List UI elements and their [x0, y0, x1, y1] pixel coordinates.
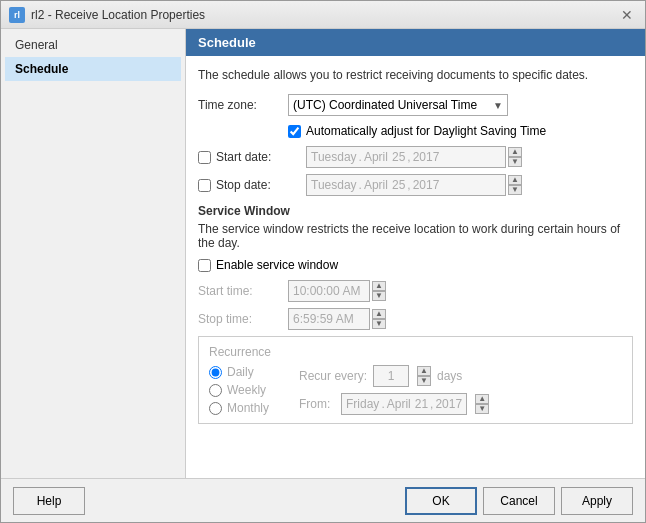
- recurrence-title: Recurrence: [209, 345, 622, 359]
- start-date-row: Start date: Tuesday . April 25 , 2017 ▲ …: [198, 146, 633, 168]
- recurrence-options: Daily Weekly Monthly: [209, 365, 269, 415]
- recurrence-monthly-row: Monthly: [209, 401, 269, 415]
- from-label: From:: [299, 397, 335, 411]
- dialog-window: rl rl2 - Receive Location Properties ✕ G…: [0, 0, 646, 523]
- daylight-saving-label: Automatically adjust for Daylight Saving…: [306, 124, 546, 138]
- timezone-row: Time zone: (UTC) Coordinated Universal T…: [198, 94, 633, 116]
- panel-header: Schedule: [186, 29, 645, 56]
- from-day: 21: [415, 397, 428, 411]
- stop-date-dayofweek: Tuesday: [311, 178, 357, 192]
- sidebar-item-general[interactable]: General: [5, 33, 181, 57]
- enable-service-window-row: Enable service window: [198, 258, 633, 272]
- recur-every-row: Recur every: ▲ ▼ days: [299, 365, 489, 387]
- start-date-dayofweek: Tuesday: [311, 150, 357, 164]
- main-panel: Schedule The schedule allows you to rest…: [186, 29, 645, 478]
- recurrence-right: Recur every: ▲ ▼ days From:: [299, 365, 489, 415]
- recurrence-weekly-radio[interactable]: [209, 384, 222, 397]
- stop-date-label: Stop date:: [216, 178, 306, 192]
- window-icon: rl: [9, 7, 25, 23]
- start-time-input[interactable]: [293, 284, 365, 298]
- start-time-spinner[interactable]: ▲ ▼: [372, 281, 386, 301]
- content-area: General Schedule Schedule The schedule a…: [1, 29, 645, 478]
- daylight-saving-checkbox[interactable]: [288, 125, 301, 138]
- from-dayofweek: Friday: [346, 397, 379, 411]
- panel-body: The schedule allows you to restrict rece…: [186, 56, 645, 478]
- service-window-title: Service Window: [198, 204, 633, 218]
- sidebar: General Schedule: [1, 29, 186, 478]
- stop-time-row: Stop time: ▲ ▼: [198, 308, 633, 330]
- sidebar-item-schedule[interactable]: Schedule: [5, 57, 181, 81]
- recurrence-monthly-radio[interactable]: [209, 402, 222, 415]
- cancel-button[interactable]: Cancel: [483, 487, 555, 515]
- stop-time-label: Stop time:: [198, 312, 288, 326]
- apply-button[interactable]: Apply: [561, 487, 633, 515]
- stop-time-input[interactable]: [293, 312, 365, 326]
- from-date-field: Friday . April 21 , 2017: [341, 393, 467, 415]
- help-button[interactable]: Help: [13, 487, 85, 515]
- stop-date-up-arrow[interactable]: ▲: [508, 175, 522, 185]
- timezone-label: Time zone:: [198, 98, 288, 112]
- recurrence-daily-label: Daily: [227, 365, 254, 379]
- recurrence-content: Daily Weekly Monthly: [209, 365, 622, 415]
- stop-time-field: [288, 308, 370, 330]
- stop-date-day: 25: [392, 178, 405, 192]
- stop-date-row: Stop date: Tuesday . April 25 , 2017 ▲ ▼: [198, 174, 633, 196]
- stop-date-checkbox[interactable]: [198, 179, 211, 192]
- window-title: rl2 - Receive Location Properties: [31, 8, 205, 22]
- recur-days-label: days: [437, 369, 462, 383]
- start-date-year: 2017: [413, 150, 440, 164]
- from-date-up[interactable]: ▲: [475, 394, 489, 404]
- title-bar: rl rl2 - Receive Location Properties ✕: [1, 1, 645, 29]
- start-time-up-arrow[interactable]: ▲: [372, 281, 386, 291]
- stop-date-field: Tuesday . April 25 , 2017: [306, 174, 506, 196]
- start-time-label: Start time:: [198, 284, 288, 298]
- recurrence-weekly-row: Weekly: [209, 383, 269, 397]
- service-window-desc: The service window restricts the receive…: [198, 222, 633, 250]
- stop-time-down-arrow[interactable]: ▼: [372, 319, 386, 329]
- stop-time-spinner[interactable]: ▲ ▼: [372, 309, 386, 329]
- from-date-spinner[interactable]: ▲ ▼: [475, 394, 489, 414]
- stop-time-up-arrow[interactable]: ▲: [372, 309, 386, 319]
- from-date-down[interactable]: ▼: [475, 404, 489, 414]
- enable-service-window-checkbox[interactable]: [198, 259, 211, 272]
- stop-date-down-arrow[interactable]: ▼: [508, 185, 522, 195]
- from-year: 2017: [435, 397, 462, 411]
- start-time-row: Start time: ▲ ▼: [198, 280, 633, 302]
- start-time-field: [288, 280, 370, 302]
- start-date-up-arrow[interactable]: ▲: [508, 147, 522, 157]
- enable-service-window-label: Enable service window: [216, 258, 338, 272]
- start-date-spinner[interactable]: ▲ ▼: [508, 147, 522, 167]
- recurrence-daily-row: Daily: [209, 365, 269, 379]
- dropdown-arrow-icon: ▼: [493, 100, 503, 111]
- stop-date-year: 2017: [413, 178, 440, 192]
- schedule-description: The schedule allows you to restrict rece…: [198, 68, 633, 82]
- stop-date-month: April: [364, 178, 388, 192]
- recur-every-spinner[interactable]: ▲ ▼: [417, 366, 431, 386]
- close-button[interactable]: ✕: [617, 5, 637, 25]
- daylight-saving-row: Automatically adjust for Daylight Saving…: [288, 124, 633, 138]
- recur-every-label: Recur every:: [299, 369, 367, 383]
- recur-every-up[interactable]: ▲: [417, 366, 431, 376]
- from-month: April: [387, 397, 411, 411]
- start-date-down-arrow[interactable]: ▼: [508, 157, 522, 167]
- start-date-label: Start date:: [216, 150, 306, 164]
- footer-bar: Help OK Cancel Apply: [1, 478, 645, 522]
- start-date-day: 25: [392, 150, 405, 164]
- start-date-field: Tuesday . April 25 , 2017: [306, 146, 506, 168]
- ok-button[interactable]: OK: [405, 487, 477, 515]
- recur-every-input[interactable]: [373, 365, 409, 387]
- stop-date-spinner[interactable]: ▲ ▼: [508, 175, 522, 195]
- recurrence-group: Recurrence Daily Weekly: [198, 336, 633, 424]
- title-bar-left: rl rl2 - Receive Location Properties: [9, 7, 205, 23]
- recurrence-monthly-label: Monthly: [227, 401, 269, 415]
- timezone-dropdown[interactable]: (UTC) Coordinated Universal Time ▼: [288, 94, 508, 116]
- start-date-month: April: [364, 150, 388, 164]
- from-row: From: Friday . April 21 , 2017: [299, 393, 489, 415]
- recurrence-weekly-label: Weekly: [227, 383, 266, 397]
- recur-every-down[interactable]: ▼: [417, 376, 431, 386]
- footer-right: OK Cancel Apply: [405, 487, 633, 515]
- recurrence-daily-radio[interactable]: [209, 366, 222, 379]
- start-date-checkbox[interactable]: [198, 151, 211, 164]
- start-time-down-arrow[interactable]: ▼: [372, 291, 386, 301]
